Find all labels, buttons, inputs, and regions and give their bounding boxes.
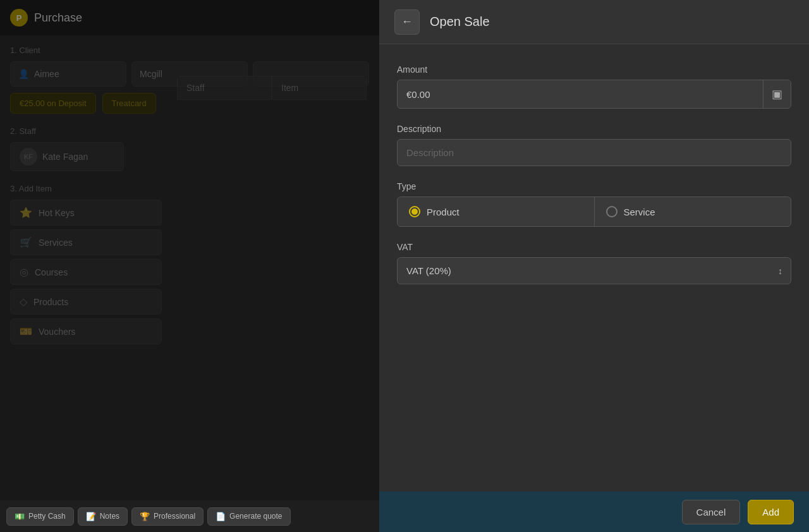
cancel-button[interactable]: Cancel: [682, 500, 741, 524]
vat-group: VAT VAT (20%) VAT (0%) No VAT ↕: [397, 242, 791, 284]
overlay: [0, 0, 379, 532]
product-label: Product: [427, 207, 459, 217]
generate-quote-icon: 📄: [216, 512, 226, 521]
type-option-product[interactable]: Product: [398, 197, 595, 226]
back-button[interactable]: ←: [394, 9, 420, 35]
professional-button[interactable]: 🏆 Professional: [131, 507, 204, 526]
amount-group: Amount ▣: [397, 64, 791, 109]
modal-header: ← Open Sale: [379, 0, 809, 44]
open-sale-modal: ← Open Sale Amount ▣ Description Type: [379, 0, 809, 532]
amount-wrapper: ▣: [397, 80, 791, 109]
vat-label: VAT: [397, 242, 791, 252]
product-radio-inner: [411, 209, 418, 215]
modal-title: Open Sale: [430, 15, 490, 29]
generate-quote-button[interactable]: 📄 Generate quote: [207, 507, 290, 526]
petty-cash-icon: 💵: [15, 512, 25, 521]
description-group: Description: [397, 124, 791, 166]
professional-icon: 🏆: [140, 512, 150, 521]
amount-label: Amount: [397, 64, 791, 75]
description-input[interactable]: [397, 139, 791, 166]
notes-icon: 📝: [86, 512, 96, 521]
type-options-group: Product Service: [397, 196, 791, 227]
vat-select[interactable]: VAT (20%) VAT (0%) No VAT: [397, 257, 791, 284]
calculator-icon: ▣: [772, 87, 782, 101]
product-radio[interactable]: [409, 206, 420, 217]
back-icon: ←: [401, 15, 413, 28]
add-button[interactable]: Add: [748, 500, 794, 524]
description-label: Description: [397, 124, 791, 134]
modal-footer: Cancel Add: [379, 492, 809, 532]
type-label: Type: [397, 181, 791, 191]
calculator-button[interactable]: ▣: [763, 80, 791, 108]
petty-cash-button[interactable]: 💵 Petty Cash: [6, 507, 74, 526]
type-option-service[interactable]: Service: [595, 197, 791, 226]
bottom-bar: 💵 Petty Cash 📝 Notes 🏆 Professional 📄 Ge…: [0, 500, 379, 532]
type-group: Type Product Service: [397, 181, 791, 227]
amount-input[interactable]: [398, 82, 763, 107]
notes-button[interactable]: 📝 Notes: [78, 507, 128, 526]
vat-select-wrapper: VAT (20%) VAT (0%) No VAT ↕: [397, 257, 791, 284]
modal-body: Amount ▣ Description Type Pr: [379, 44, 809, 492]
service-label: Service: [624, 207, 655, 217]
service-radio[interactable]: [606, 206, 617, 217]
